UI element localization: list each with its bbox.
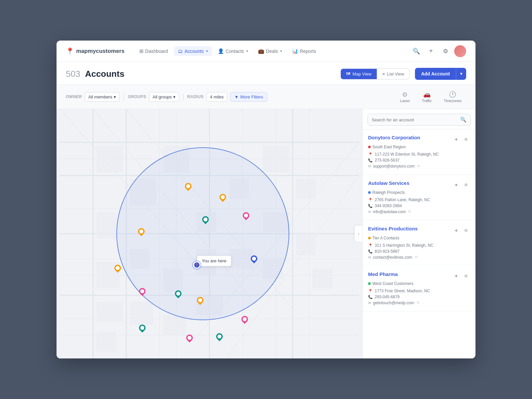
account-count: 503 bbox=[66, 69, 80, 79]
group-dot bbox=[368, 191, 371, 194]
search-button[interactable]: 🔍 bbox=[410, 45, 422, 57]
logo[interactable]: 📍 mapmycustomers bbox=[66, 47, 125, 55]
email-text: info@autolaw.com bbox=[373, 209, 406, 214]
location-icon: 📍 bbox=[368, 198, 373, 202]
account-name: Donytoro Corporation bbox=[368, 135, 420, 140]
svg-rect-44 bbox=[313, 269, 332, 289]
navigate-button[interactable]: ◄ bbox=[452, 226, 460, 234]
account-address: 📍 311 S Harrington St, Raleigh, NC bbox=[368, 243, 470, 248]
filter-divider-2 bbox=[183, 93, 184, 100]
web-button[interactable]: ⊕ bbox=[462, 180, 470, 189]
svg-rect-31 bbox=[263, 146, 289, 172]
account-group: Tier A Contacts bbox=[368, 236, 470, 240]
svg-rect-46 bbox=[163, 315, 186, 335]
address-text: 311 S Harrington St, Raleigh, NC bbox=[375, 243, 434, 248]
account-item[interactable]: Med Pharma ◄ ⊕ West Coast Customers 📍 17… bbox=[363, 266, 475, 312]
navigate-button[interactable]: ◄ bbox=[452, 180, 460, 189]
email-icon: ✉ bbox=[368, 210, 371, 214]
nav-contacts[interactable]: 👤 Contacts ▾ bbox=[214, 46, 252, 56]
account-phone: 📞 810-923-5867 bbox=[368, 249, 470, 254]
account-name: Autolaw Services bbox=[368, 180, 409, 186]
address-text: 1773 Froe Street, Madison, NC bbox=[375, 289, 430, 293]
lasso-button[interactable]: ⊙ Lasso bbox=[395, 89, 414, 105]
copy-icon[interactable]: ⧉ bbox=[408, 209, 411, 213]
app-window: 📍 mapmycustomers ⊞ Dashboard 🗂 Accounts … bbox=[57, 41, 475, 358]
map-view-button[interactable]: 🗺 Map View bbox=[341, 69, 377, 79]
nav-dashboard[interactable]: ⊞ Dashboard bbox=[135, 46, 172, 56]
filter-icon: ▼ bbox=[234, 94, 239, 99]
phone-icon: 📞 bbox=[368, 158, 373, 163]
map-area[interactable]: You are here 📍 bbox=[57, 109, 362, 358]
chevron-down-icon: ▾ bbox=[246, 49, 248, 53]
account-item[interactable]: Autolaw Services ◄ ⊕ Raleigh Prospects 📍… bbox=[363, 175, 475, 220]
radius-filter[interactable]: 4 miles bbox=[206, 92, 227, 102]
page-header: 503 Accounts 🗺 Map View ≡ List View Add … bbox=[57, 62, 475, 85]
email-icon: ✉ bbox=[368, 164, 371, 169]
svg-rect-25 bbox=[96, 146, 123, 172]
timezones-button[interactable]: 🕐 Timezones bbox=[439, 89, 466, 105]
copy-icon[interactable]: ⧉ bbox=[415, 255, 417, 259]
groups-filter[interactable]: All groups ▾ bbox=[149, 92, 179, 102]
reports-icon: 📊 bbox=[292, 48, 298, 54]
phone-icon: 📞 bbox=[368, 295, 373, 299]
search-input-wrap: 🔍 bbox=[367, 114, 471, 126]
svg-rect-29 bbox=[96, 212, 116, 239]
more-filters-button[interactable]: ▼ More Filters bbox=[230, 92, 268, 102]
account-item[interactable]: Evitines Productions ◄ ⊕ Tier A Contacts… bbox=[363, 220, 475, 266]
nav-deals[interactable]: 💼 Deals ▾ bbox=[254, 46, 286, 56]
group-dot bbox=[368, 146, 371, 148]
current-location-pin: 📍 bbox=[193, 261, 200, 269]
group-name: West Coast Customers bbox=[372, 281, 413, 286]
account-phone: 📞 273-928-5637 bbox=[368, 158, 470, 163]
add-account-caret[interactable]: ▾ bbox=[456, 68, 466, 79]
phone-text: 273-928-5637 bbox=[375, 158, 400, 163]
svg-rect-45 bbox=[96, 332, 116, 352]
nav-reports[interactable]: 📊 Reports bbox=[288, 46, 320, 56]
nav-links: ⊞ Dashboard 🗂 Accounts ▾ 👤 Contacts ▾ 💼 … bbox=[135, 46, 400, 56]
web-button[interactable]: ⊕ bbox=[462, 135, 470, 143]
address-text: 117-223 W Edenton St, Raleigh, NC bbox=[375, 152, 439, 157]
traffic-icon: 🚗 bbox=[423, 91, 431, 98]
copy-icon[interactable]: ⧉ bbox=[417, 301, 419, 305]
navigate-button[interactable]: ◄ bbox=[452, 135, 460, 143]
lasso-icon: ⊙ bbox=[402, 91, 407, 98]
owner-filter[interactable]: All members ▾ bbox=[85, 92, 120, 102]
group-dot bbox=[368, 282, 371, 285]
account-item[interactable]: Donytoro Corporation ◄ ⊕ South East Regi… bbox=[363, 129, 475, 175]
dashboard-icon: ⊞ bbox=[139, 48, 144, 54]
account-group: Raleigh Prospects bbox=[368, 190, 470, 195]
settings-button[interactable]: ⚙ bbox=[440, 45, 452, 57]
account-actions: ◄ ⊕ bbox=[452, 226, 470, 234]
group-dot bbox=[368, 237, 371, 239]
web-button[interactable]: ⊕ bbox=[462, 271, 470, 280]
account-name: Evitines Productions bbox=[368, 226, 418, 231]
add-account-button[interactable]: Add Account ▾ bbox=[415, 68, 466, 80]
email-text: contact@evitines.com bbox=[373, 255, 412, 260]
navigate-button[interactable]: ◄ bbox=[452, 271, 460, 280]
list-view-button[interactable]: ≡ List View bbox=[377, 69, 409, 79]
svg-rect-41 bbox=[130, 302, 153, 325]
map-view-icon: 🗺 bbox=[346, 71, 350, 76]
group-name: Tier A Contacts bbox=[372, 236, 399, 240]
chevron-down-icon: ▾ bbox=[280, 49, 282, 53]
avatar[interactable] bbox=[454, 45, 466, 57]
account-group: South East Region bbox=[368, 145, 470, 149]
nav-accounts[interactable]: 🗂 Accounts ▾ bbox=[174, 46, 212, 56]
add-button[interactable]: + bbox=[425, 45, 437, 57]
chevron-down-icon: ▾ bbox=[173, 94, 176, 99]
account-phone: 📞 293-045-6879 bbox=[368, 295, 470, 299]
account-group: West Coast Customers bbox=[368, 281, 470, 286]
web-button[interactable]: ⊕ bbox=[462, 226, 470, 234]
location-icon: 📍 bbox=[195, 263, 199, 267]
traffic-button[interactable]: 🚗 Traffic bbox=[417, 89, 437, 105]
map-expand-button[interactable]: › bbox=[354, 225, 362, 242]
search-icon: 🔍 bbox=[460, 117, 466, 123]
email-icon: ✉ bbox=[368, 255, 371, 260]
radius-label: RADIUS bbox=[188, 94, 204, 99]
copy-icon[interactable]: ⧉ bbox=[417, 164, 420, 168]
location-icon: 📍 bbox=[368, 243, 373, 248]
svg-rect-40 bbox=[96, 302, 123, 322]
search-box: 🔍 bbox=[363, 109, 475, 129]
search-input[interactable] bbox=[372, 117, 458, 122]
phone-text: 810-923-5867 bbox=[375, 249, 400, 254]
